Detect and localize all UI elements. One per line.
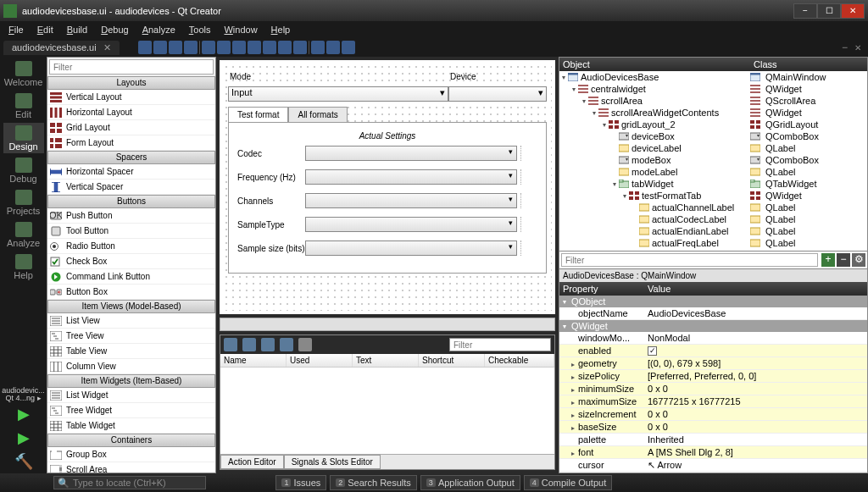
remove-property-button[interactable]: − — [837, 253, 850, 267]
widget-item[interactable]: Check Box — [47, 254, 215, 269]
paste-action-icon[interactable] — [261, 338, 275, 351]
collapse-icon[interactable]: ▾ — [563, 298, 571, 306]
mode-debug[interactable]: Debug — [3, 155, 44, 185]
menu-analyze[interactable]: Analyze — [137, 23, 181, 36]
object-tree-row[interactable]: actualFreqLabelQLabel — [559, 237, 867, 249]
widget-item[interactable]: Horizontal Layout — [47, 105, 215, 120]
menu-debug[interactable]: Debug — [96, 23, 133, 36]
widgetbox-section[interactable]: Item Widgets (Item-Based) — [47, 374, 215, 388]
expand-icon[interactable]: ▸ — [571, 399, 578, 406]
checkbox-icon[interactable]: ✓ — [648, 346, 657, 356]
config-action-icon[interactable] — [298, 338, 312, 351]
widgetbox-section[interactable]: Spacers — [47, 151, 215, 164]
expand-icon[interactable]: ▸ — [571, 373, 578, 381]
widgetbox-section[interactable]: Item Views (Model-Based) — [47, 300, 215, 313]
property-row[interactable]: ▸sizeIncrement0 x 0 — [559, 408, 867, 421]
toolbar-icon[interactable] — [311, 41, 325, 54]
widget-item[interactable]: Table View — [47, 344, 215, 359]
output-tab[interactable]: 1Issues — [275, 475, 326, 490]
object-tree-row[interactable]: actualCodecLabelQLabel — [559, 213, 867, 225]
widget-item[interactable]: Scroll Area — [47, 462, 215, 473]
toolbar-icon[interactable] — [169, 41, 182, 54]
toolbar-icon[interactable] — [232, 41, 246, 54]
tree-expand-icon[interactable]: ▾ — [620, 192, 629, 200]
tree-expand-icon[interactable]: ▾ — [600, 121, 609, 129]
object-tree-row[interactable]: actualChannelLabelQLabel — [559, 202, 867, 213]
minimize-button[interactable]: − — [793, 3, 817, 19]
toolbar-icon[interactable] — [263, 41, 276, 54]
action-column-header[interactable]: Name — [220, 354, 287, 367]
property-row[interactable]: paletteInherited — [559, 434, 867, 446]
close-tab-icon[interactable]: ✕ — [103, 42, 111, 53]
editor-tab[interactable]: Action Editor — [220, 455, 284, 469]
property-row[interactable]: ▸minimumSize0 x 0 — [559, 383, 867, 395]
object-tree-row[interactable]: modeLabelQLabel — [559, 166, 867, 178]
form-canvas[interactable]: Mode Device Input▾ ▾ Test formatAll form… — [220, 60, 555, 314]
menu-tools[interactable]: Tools — [184, 23, 216, 36]
tree-expand-icon[interactable]: ▾ — [559, 74, 568, 81]
object-tree-row[interactable]: ▾gridLayout_2QGridLayout — [559, 119, 867, 130]
mode-analyze[interactable]: Analyze — [3, 219, 44, 250]
widgetbox-filter[interactable] — [49, 59, 214, 75]
widget-item[interactable]: Push Button — [47, 208, 215, 224]
output-tab[interactable]: 2Search Results — [330, 475, 417, 490]
object-tree-row[interactable]: ▾scrollAreaWidgetContentsQWidget — [559, 107, 867, 119]
object-column-header[interactable]: Object — [559, 58, 750, 71]
property-row[interactable]: objectNameAudioDevicesBase — [559, 307, 867, 320]
menu-build[interactable]: Build — [62, 23, 92, 36]
object-tree-row[interactable]: modeBoxQComboBox — [559, 154, 867, 166]
run-button[interactable]: ▶ — [7, 402, 41, 426]
form-tab[interactable]: All formats — [288, 107, 347, 122]
widget-item[interactable]: Form Layout — [47, 135, 215, 151]
device-combobox[interactable]: ▾ — [448, 86, 547, 102]
property-row[interactable]: ▸geometry[(0, 0), 679 x 598] — [559, 357, 867, 370]
property-row[interactable]: cursor↖ Arrow — [559, 459, 867, 472]
property-config-button[interactable]: ⚙ — [852, 253, 865, 267]
toolbar-icon[interactable] — [248, 41, 261, 54]
widgetbox-section[interactable]: Containers — [47, 434, 215, 447]
widget-item[interactable]: Button Box — [47, 285, 215, 300]
setting-combobox[interactable] — [305, 240, 517, 256]
menu-help[interactable]: Help — [266, 23, 296, 36]
toolbar-icon[interactable] — [293, 41, 307, 54]
object-tree-row[interactable]: ▾AudioDevicesBaseQMainWindow — [559, 71, 867, 83]
widget-item[interactable]: Tool Button — [47, 224, 215, 239]
object-tree-row[interactable]: ▾scrollAreaQScrollArea — [559, 95, 867, 107]
toolbar-icon[interactable] — [202, 41, 215, 54]
widget-item[interactable]: Column View — [47, 359, 215, 374]
property-column-header[interactable]: Property — [559, 282, 644, 296]
mode-edit[interactable]: Edit — [3, 91, 44, 121]
object-tree-row[interactable]: deviceBoxQComboBox — [559, 130, 867, 142]
mode-design[interactable]: Design — [3, 123, 44, 153]
debug-run-button[interactable]: ▶ — [7, 426, 41, 450]
build-button[interactable]: 🔨 — [7, 450, 41, 473]
editor-tab[interactable]: Signals & Slots Editor — [284, 455, 381, 469]
close-button[interactable]: ✕ — [841, 3, 865, 19]
menu-edit[interactable]: Edit — [32, 23, 58, 36]
setting-combobox[interactable] — [305, 146, 517, 161]
document-tab[interactable]: audiodevicesbase.ui ✕ — [3, 41, 120, 55]
object-tree-row[interactable]: ▾tabWidgetQTabWidget — [559, 178, 867, 190]
widget-item[interactable]: List View — [47, 313, 215, 329]
widget-item[interactable]: Command Link Button — [47, 269, 215, 285]
expand-icon[interactable]: ▸ — [571, 386, 578, 394]
kit-selector[interactable]: Qt 4...ng ▸ — [5, 395, 41, 402]
mode-help[interactable]: Help — [3, 252, 44, 282]
widget-item[interactable]: Vertical Spacer — [47, 180, 215, 195]
horizontal-scrollbar[interactable] — [220, 318, 555, 331]
property-row[interactable]: ▸sizePolicy[Preferred, Preferred, 0, 0] — [559, 370, 867, 383]
copy-action-icon[interactable] — [242, 338, 256, 351]
tree-expand-icon[interactable]: ▾ — [570, 86, 578, 93]
action-column-header[interactable]: Text — [353, 354, 419, 367]
property-filter[interactable] — [561, 253, 818, 267]
widget-item[interactable]: Group Box — [47, 447, 215, 462]
toolbar-icon[interactable] — [342, 41, 355, 54]
action-column-header[interactable]: Checkable — [485, 354, 554, 367]
widget-item[interactable]: Horizontal Spacer — [47, 164, 215, 180]
property-row[interactable]: ▸fontA [MS Shell Dlg 2, 8] — [559, 446, 867, 459]
toolbar-icon[interactable] — [326, 41, 340, 54]
widget-item[interactable]: Tree View — [47, 329, 215, 344]
widget-item[interactable]: Table Widget — [47, 418, 215, 434]
expand-icon[interactable]: ▸ — [571, 361, 578, 368]
mode-combobox[interactable]: Input▾ — [228, 86, 448, 102]
